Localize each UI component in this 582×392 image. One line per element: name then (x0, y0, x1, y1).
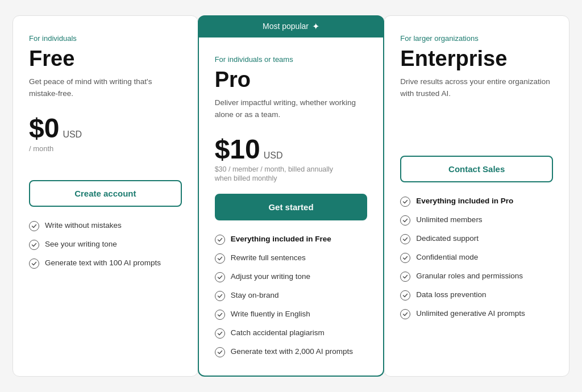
feature-item: Write without mistakes (29, 220, 182, 231)
plan-label-pro: For individuals or teams (215, 55, 368, 64)
feature-text: Confidential mode (416, 252, 478, 263)
features-list-pro: Everything included in Free Rewrite full… (215, 234, 368, 357)
most-popular-label: Most popular (263, 22, 309, 31)
price-currency-pro: USD (264, 151, 283, 161)
plan-description-free: Get peace of mind with writing that's mi… (29, 76, 182, 101)
feature-text: Rewrite full sentences (231, 253, 306, 264)
feature-text: Granular roles and permissions (416, 271, 523, 282)
check-icon (400, 290, 410, 301)
price-spacer-enterprise (400, 115, 553, 140)
feature-item: Dedicated support (400, 233, 553, 244)
feature-item: Generate text with 100 AI prompts (29, 258, 182, 269)
feature-text: See your writing tone (45, 239, 117, 250)
plan-card-free: For individuals Free Get peace of mind w… (13, 15, 198, 377)
plan-name-enterprise: Enterprise (400, 47, 553, 71)
pricing-container: For individuals Free Get peace of mind w… (13, 15, 569, 377)
features-list-free: Write without mistakes See your writing … (29, 220, 182, 269)
feature-text: Write fluently in English (231, 309, 310, 320)
feature-item: Write fluently in English (215, 309, 368, 320)
feature-item: Stay on-brand (215, 290, 368, 301)
check-icon (400, 215, 410, 226)
feature-text: Stay on-brand (231, 290, 279, 301)
price-main-free: $0 (29, 115, 59, 142)
feature-item: Unlimited generative AI prompts (400, 308, 553, 319)
check-icon (400, 197, 410, 207)
price-secondary-pro: $30 / member / month, billed annually (215, 165, 368, 173)
price-row-pro: $10 USD (215, 136, 368, 163)
feature-text: Write without mistakes (45, 220, 122, 231)
price-currency-free: USD (63, 130, 82, 140)
check-icon (29, 221, 39, 231)
feature-text: Catch accidental plagiarism (231, 328, 325, 339)
feature-item: Confidential mode (400, 252, 553, 263)
contact-sales-button[interactable]: Contact Sales (400, 156, 553, 182)
feature-text: Unlimited generative AI prompts (416, 308, 525, 319)
check-icon (215, 310, 225, 320)
plan-name-free: Free (29, 47, 182, 71)
sparkle-icon: ✦ (312, 21, 319, 32)
feature-item: Data loss prevention (400, 290, 553, 301)
plan-description-pro: Deliver impactful writing, whether worki… (215, 97, 368, 122)
create-account-button[interactable]: Create account (29, 180, 182, 207)
check-icon (215, 328, 225, 339)
check-icon (29, 258, 39, 269)
feature-text: Unlimited members (416, 215, 482, 226)
price-spacer-free (29, 155, 182, 180)
feature-item: Everything included in Pro (400, 196, 553, 207)
feature-text: Data loss prevention (416, 290, 486, 301)
check-icon (215, 272, 225, 282)
price-main-pro: $10 (215, 136, 260, 163)
check-icon (400, 253, 410, 263)
feature-item: Unlimited members (400, 215, 553, 226)
feature-text: Everything included in Pro (416, 196, 513, 207)
feature-item: Catch accidental plagiarism (215, 328, 368, 339)
check-icon (400, 272, 410, 282)
feature-text: Adjust your writing tone (231, 272, 310, 282)
feature-item: Generate text with 2,000 AI prompts (215, 347, 368, 357)
plan-card-pro: Most popular ✦ For individuals or teams … (198, 37, 385, 377)
feature-item: Rewrite full sentences (215, 253, 368, 264)
feature-text: Generate text with 100 AI prompts (45, 258, 161, 269)
check-icon (215, 235, 225, 245)
check-icon (29, 240, 39, 250)
price-monthly-pro: when billed monthly (215, 174, 368, 182)
price-spacer2-enterprise (400, 140, 553, 156)
feature-text: Generate text with 2,000 AI prompts (231, 347, 353, 357)
feature-item: Granular roles and permissions (400, 271, 553, 282)
features-list-enterprise: Everything included in Pro Unlimited mem… (400, 196, 553, 319)
check-icon (400, 234, 410, 244)
check-icon (215, 253, 225, 264)
feature-item: Adjust your writing tone (215, 272, 368, 282)
feature-item: Everything included in Free (215, 234, 368, 245)
check-icon (215, 347, 225, 357)
plan-name-pro: Pro (215, 68, 368, 92)
get-started-button[interactable]: Get started (215, 194, 368, 220)
check-icon (400, 309, 410, 319)
check-icon (215, 291, 225, 301)
price-row-free: $0 USD (29, 115, 182, 142)
plan-card-enterprise: For larger organizations Enterprise Driv… (384, 15, 569, 377)
plan-label-free: For individuals (29, 34, 182, 43)
price-period-free: / month (29, 144, 182, 153)
feature-text: Dedicated support (416, 233, 479, 244)
feature-text: Everything included in Free (231, 234, 331, 245)
most-popular-badge: Most popular ✦ (198, 15, 385, 37)
feature-item: See your writing tone (29, 239, 182, 250)
plan-label-enterprise: For larger organizations (400, 34, 553, 43)
plan-description-enterprise: Drive results across your entire organiz… (400, 76, 553, 101)
